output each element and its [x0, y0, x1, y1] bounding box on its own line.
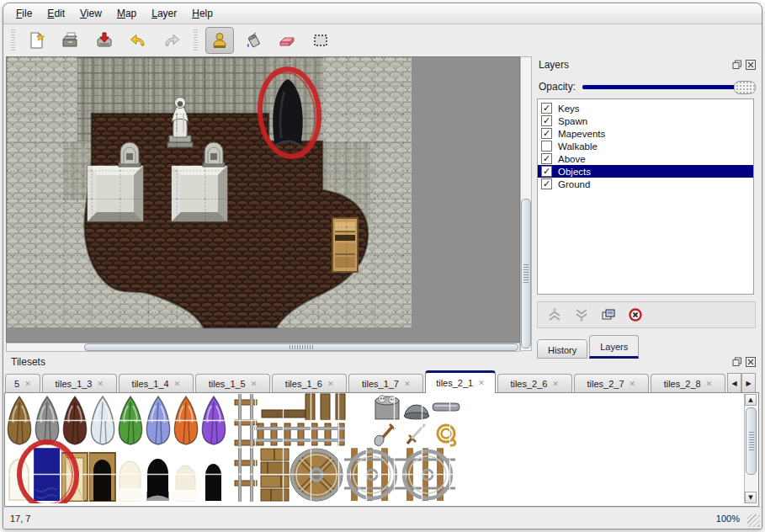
- layer-row-keys[interactable]: ✓ Keys: [538, 102, 753, 114]
- opacity-slider-handle[interactable]: [734, 81, 756, 94]
- map-content: [7, 57, 412, 327]
- save-icon: [94, 30, 114, 51]
- close-tab-icon[interactable]: ✕: [404, 380, 411, 388]
- map-horizontal-scrollbar-thumb[interactable]: [84, 343, 518, 351]
- black-arch-tile[interactable]: [205, 464, 221, 501]
- opacity-slider-track[interactable]: [582, 85, 754, 89]
- close-tab-icon[interactable]: ✕: [630, 380, 636, 388]
- tileset-tab-tiles_2_8[interactable]: tiles_2_8 ✕: [651, 374, 725, 393]
- down-arrow-icon: ▼: [748, 494, 752, 501]
- window-resize-grip[interactable]: [747, 514, 760, 527]
- fill-tool-button[interactable]: [239, 27, 268, 54]
- layer-visibility-checkbox[interactable]: ✓: [541, 153, 552, 164]
- layer-visibility-checkbox[interactable]: ✓: [541, 166, 552, 177]
- scroll-down-button[interactable]: ▼: [745, 492, 757, 503]
- menu-edit[interactable]: Edit: [40, 5, 72, 22]
- opacity-slider[interactable]: [582, 80, 756, 93]
- map-vertical-scrollbar[interactable]: [520, 56, 532, 351]
- right-arrow-icon: ▶: [746, 380, 751, 387]
- tileset-tab-label: tiles_2_6: [510, 379, 547, 389]
- menu-map[interactable]: Map: [109, 5, 144, 22]
- eraser-tool-icon: [277, 30, 297, 51]
- float-panel-icon[interactable]: [731, 60, 742, 71]
- toolbar-handle[interactable]: [11, 29, 15, 51]
- map-vertical-scrollbar-thumb[interactable]: [521, 199, 531, 348]
- screen: File Edit View Map Layer Help: [0, 0, 765, 532]
- tileset-scrollbar-thumb[interactable]: [746, 407, 757, 475]
- scroll-tabs-right-button[interactable]: ▶: [741, 373, 756, 393]
- layer-label: Walkable: [558, 141, 598, 152]
- tileset-tab-tiles_1_4[interactable]: tiles_1_4 ✕: [119, 374, 194, 393]
- layer-visibility-checkbox[interactable]: ✓: [541, 115, 552, 126]
- layer-row-ground[interactable]: ✓ Ground: [538, 178, 753, 190]
- move-layer-down-button[interactable]: [571, 306, 592, 324]
- tileset-tab-label: tiles_1_5: [209, 379, 246, 389]
- metal-bar-tile[interactable]: [433, 403, 460, 411]
- close-tab-icon[interactable]: ✕: [98, 380, 104, 388]
- open-button[interactable]: [56, 27, 85, 54]
- close-tab-icon[interactable]: ✕: [478, 379, 485, 387]
- scrollbar-grip-ticks: [749, 432, 754, 450]
- scroll-tabs-left-button[interactable]: ◀: [727, 373, 741, 393]
- map-canvas[interactable]: [6, 56, 520, 343]
- delete-layer-button[interactable]: [625, 306, 645, 324]
- tileset-tabs: 5 ✕ tiles_1_3 ✕ tiles_1_4 ✕ tiles_1_5 ✕ …: [4, 370, 759, 393]
- layer-row-spawn[interactable]: ✓ Spawn: [538, 114, 753, 127]
- tileset-tab-tiles_2_1[interactable]: tiles_2_1 ✕: [425, 370, 495, 393]
- layer-row-mapevents[interactable]: ✓ Mapevents: [538, 127, 753, 140]
- tileset-tab-tiles_2_7[interactable]: tiles_2_7 ✕: [574, 374, 649, 393]
- layer-row-objects[interactable]: ✓ Objects: [538, 165, 753, 178]
- menu-file[interactable]: File: [8, 5, 40, 22]
- tileset-vertical-scrollbar[interactable]: ▲ ▼: [744, 394, 757, 503]
- layer-row-above[interactable]: ✓ Above: [538, 152, 753, 165]
- scroll-up-button[interactable]: ▲: [745, 394, 757, 406]
- tileset-tab-tiles_2_6[interactable]: tiles_2_6 ✕: [497, 374, 572, 393]
- new-file-button[interactable]: [23, 27, 51, 54]
- layer-visibility-checkbox[interactable]: ✓: [541, 178, 552, 189]
- float-panel-icon[interactable]: [731, 357, 742, 368]
- stamp-tool-button[interactable]: [205, 27, 234, 54]
- save-button[interactable]: [90, 27, 119, 54]
- tilesets-panel-title: Tilesets: [11, 356, 729, 368]
- tileset-tab-tiles_1_3[interactable]: tiles_1_3 ✕: [42, 374, 117, 393]
- toolbar-separator[interactable]: [194, 29, 198, 51]
- tileset-tab-5[interactable]: 5 ✕: [5, 374, 40, 393]
- close-tab-icon[interactable]: ✕: [174, 380, 181, 388]
- tilesets-panel-header: Tilesets: [4, 354, 759, 370]
- redo-button[interactable]: [157, 27, 186, 54]
- select-tool-button[interactable]: [306, 27, 335, 54]
- menu-view[interactable]: View: [72, 5, 109, 22]
- status-bar: 17, 7 100%: [3, 507, 762, 529]
- tileset-tab-tiles_1_6[interactable]: tiles_1_6 ✕: [272, 374, 347, 393]
- menu-help[interactable]: Help: [184, 5, 220, 22]
- close-panel-icon[interactable]: [745, 60, 756, 71]
- tileset-tab-label: 5: [14, 379, 19, 389]
- close-tab-icon[interactable]: ✕: [706, 380, 713, 388]
- eraser-tool-button[interactable]: [273, 27, 301, 54]
- tileset-tab-tiles_1_7[interactable]: tiles_1_7 ✕: [348, 374, 423, 393]
- dark-doorway-tile[interactable]: [89, 453, 115, 501]
- layer-visibility-checkbox[interactable]: [541, 141, 552, 152]
- tileset-tab-label: tiles_2_1: [436, 378, 473, 388]
- layer-label: Keys: [558, 104, 580, 114]
- map-horizontal-scrollbar[interactable]: [6, 343, 520, 352]
- undo-button[interactable]: [124, 27, 152, 54]
- menu-layer[interactable]: Layer: [144, 5, 184, 22]
- close-tab-icon[interactable]: ✕: [251, 380, 258, 388]
- tileset-canvas[interactable]: ▲ ▼: [4, 392, 759, 507]
- close-tab-icon[interactable]: ✕: [327, 380, 334, 388]
- layer-label: Mapevents: [558, 129, 605, 139]
- layer-visibility-checkbox[interactable]: ✓: [541, 103, 552, 114]
- black-arch-tile[interactable]: [146, 459, 169, 501]
- layer-visibility-checkbox[interactable]: ✓: [541, 128, 552, 139]
- close-tab-icon[interactable]: ✕: [24, 380, 31, 388]
- move-layer-up-button[interactable]: [545, 306, 565, 324]
- open-folder-icon: [61, 30, 81, 51]
- close-tab-icon[interactable]: ✕: [552, 380, 559, 388]
- duplicate-layer-button[interactable]: [598, 306, 619, 324]
- tileset-tab-tiles_1_5[interactable]: tiles_1_5 ✕: [195, 374, 270, 393]
- layer-label: Above: [558, 154, 586, 164]
- layer-row-walkable[interactable]: Walkable: [538, 140, 753, 152]
- skull-barrel-tile[interactable]: [375, 396, 399, 419]
- close-panel-icon[interactable]: [745, 357, 756, 368]
